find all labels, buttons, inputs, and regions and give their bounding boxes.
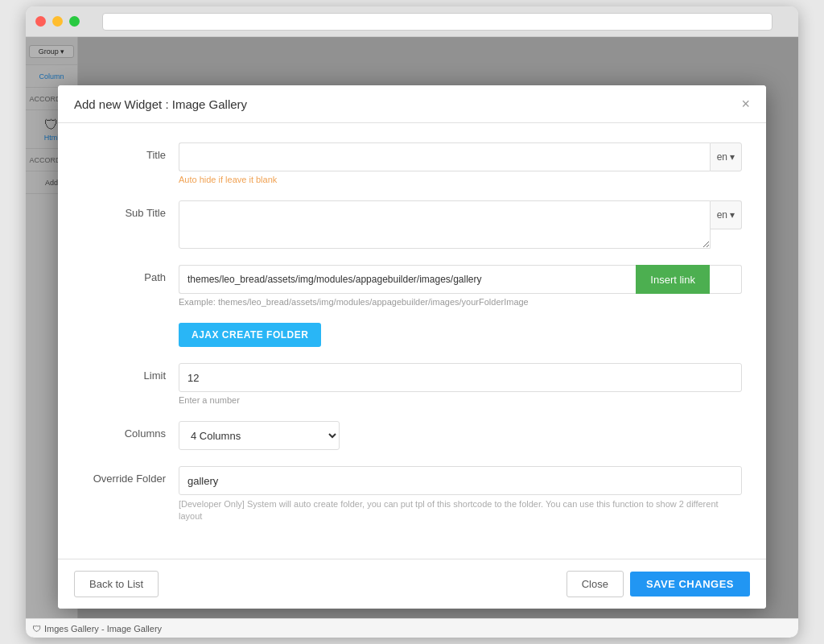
- ajax-create-folder-btn[interactable]: AJAX CREATE FOLDER: [179, 323, 321, 347]
- subtitle-lang-value: en: [717, 209, 727, 221]
- path-row: Path Insert link Example: themes/leo_bre…: [82, 265, 742, 307]
- title-lang-chevron: ▾: [730, 151, 735, 163]
- ajax-btn-group: AJAX CREATE FOLDER: [179, 323, 742, 347]
- ajax-label-space: [82, 323, 179, 329]
- title-label: Title: [82, 142, 179, 161]
- title-input-group: en ▾: [179, 142, 742, 171]
- path-end-space: [710, 265, 742, 294]
- path-input[interactable]: [179, 265, 636, 294]
- path-label: Path: [82, 265, 179, 283]
- title-lang-select[interactable]: en ▾: [710, 142, 742, 171]
- columns-select[interactable]: 1 Column 2 Columns 3 Columns 4 Columns 6…: [179, 421, 340, 450]
- insert-link-btn[interactable]: Insert link: [636, 265, 710, 294]
- override-label: Override Folder: [82, 466, 179, 485]
- title-input[interactable]: [179, 142, 710, 171]
- subtitle-field-group: en ▾: [179, 200, 742, 249]
- modal-title: Add new Widget : Image Gallery: [74, 97, 247, 111]
- modal-overlay: Add new Widget : Image Gallery × Title e…: [26, 37, 798, 638]
- override-input[interactable]: [179, 466, 742, 495]
- title-field-group: en ▾ Auto hide if leave it blank: [179, 142, 742, 184]
- close-btn[interactable]: Close: [566, 571, 624, 597]
- status-text: Imges Gallery - Image Gallery: [44, 624, 162, 634]
- modal-dialog: Add new Widget : Image Gallery × Title e…: [58, 85, 766, 609]
- subtitle-input[interactable]: [179, 200, 711, 249]
- mac-titlebar: [26, 6, 798, 37]
- title-row: Title en ▾ Auto hide if leave it blank: [82, 142, 742, 184]
- limit-row: Limit Enter a number: [82, 363, 742, 405]
- ajax-row: AJAX CREATE FOLDER: [82, 323, 742, 347]
- columns-field-group: 1 Column 2 Columns 3 Columns 4 Columns 6…: [179, 421, 742, 450]
- mac-window: Group ▾ Column ACCORDION 🛡 Html ACCORDIO…: [26, 6, 798, 638]
- override-row: Override Folder [Developer Only] System …: [82, 466, 742, 523]
- limit-input[interactable]: [179, 363, 742, 392]
- address-bar[interactable]: [102, 13, 772, 31]
- limit-label: Limit: [82, 363, 179, 382]
- modal-close-btn[interactable]: ×: [741, 97, 750, 111]
- limit-hint: Enter a number: [179, 395, 742, 405]
- footer-right-buttons: Close SAVE CHANGES: [566, 571, 750, 597]
- override-hint: [Developer Only] System will auto create…: [179, 498, 742, 523]
- limit-field-group: Enter a number: [179, 363, 742, 405]
- title-lang-value: en: [717, 151, 727, 163]
- browser-content: Group ▾ Column ACCORDION 🛡 Html ACCORDIO…: [26, 37, 798, 638]
- path-input-group: Insert link: [179, 265, 742, 294]
- columns-row: Columns 1 Column 2 Columns 3 Columns 4 C…: [82, 421, 742, 450]
- minimize-window-btn[interactable]: [52, 16, 63, 27]
- modal-header: Add new Widget : Image Gallery ×: [58, 85, 766, 123]
- subtitle-lang-select[interactable]: en ▾: [711, 200, 742, 229]
- back-to-list-btn[interactable]: Back to List: [74, 571, 159, 597]
- status-bar: 🛡 Imges Gallery - Image Gallery: [26, 618, 798, 638]
- save-changes-btn[interactable]: SAVE CHANGES: [630, 572, 750, 597]
- modal-footer: Back to List Close SAVE CHANGES: [58, 559, 766, 609]
- override-field-group: [Developer Only] System will auto create…: [179, 466, 742, 523]
- modal-body: Title en ▾ Auto hide if leave it blank: [58, 123, 766, 559]
- subtitle-row: Sub Title en ▾: [82, 200, 742, 249]
- maximize-window-btn[interactable]: [69, 16, 80, 27]
- path-field-group: Insert link Example: themes/leo_bread/as…: [179, 265, 742, 307]
- columns-label: Columns: [82, 421, 179, 440]
- path-example: Example: themes/leo_bread/assets/img/mod…: [179, 297, 742, 307]
- status-icon: 🛡: [32, 624, 41, 634]
- subtitle-input-group: en ▾: [179, 200, 742, 249]
- close-window-btn[interactable]: [35, 16, 46, 27]
- subtitle-lang-chevron: ▾: [730, 209, 735, 221]
- title-hint: Auto hide if leave it blank: [179, 175, 742, 184]
- subtitle-label: Sub Title: [82, 200, 179, 219]
